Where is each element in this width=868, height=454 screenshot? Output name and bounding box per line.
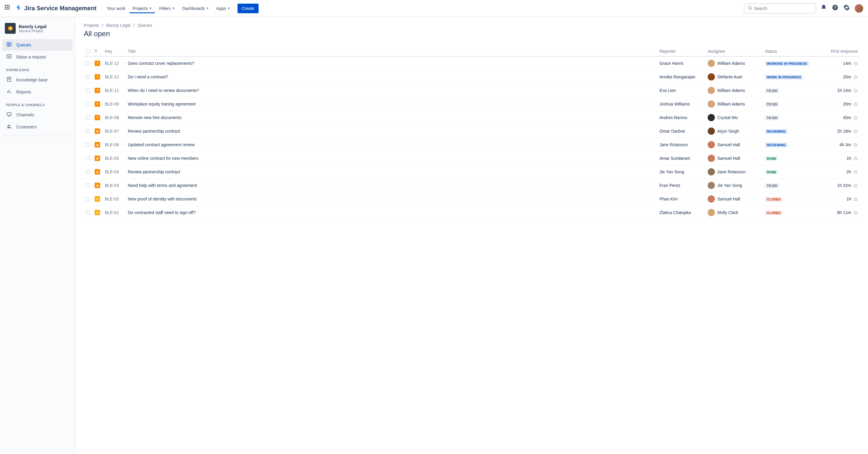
- row-checkbox[interactable]: [86, 143, 90, 147]
- row-checkbox[interactable]: [86, 116, 90, 120]
- row-checkbox[interactable]: [86, 210, 90, 215]
- row-checkbox[interactable]: [86, 88, 90, 93]
- issue-key[interactable]: BLE-04: [103, 165, 126, 179]
- column-type[interactable]: T: [93, 47, 103, 56]
- nav-projects[interactable]: Projects▼: [130, 4, 155, 13]
- project-header[interactable]: Bancly Legal Service Project: [2, 22, 73, 38]
- assignee-cell[interactable]: Jane Rotanson: [708, 168, 761, 176]
- assignee-cell[interactable]: Arjun Singh: [708, 127, 761, 135]
- product-logo[interactable]: Jira Service Management: [16, 4, 96, 13]
- issue-title[interactable]: Review partnership contract: [126, 124, 658, 138]
- status-badge[interactable]: DONE: [765, 170, 778, 175]
- column-title[interactable]: Title: [126, 47, 658, 56]
- app-switcher-icon[interactable]: [5, 5, 12, 12]
- notifications-icon[interactable]: [820, 4, 827, 12]
- issue-key[interactable]: BLE-11: [103, 84, 126, 97]
- sidebar-item-label: Queues: [16, 42, 31, 47]
- issue-key[interactable]: BLE-12: [103, 70, 126, 84]
- issue-key[interactable]: BLE-09: [103, 97, 126, 111]
- issue-key[interactable]: BLE-08: [103, 111, 126, 124]
- nav-filters[interactable]: Filters▼: [156, 4, 178, 13]
- row-checkbox[interactable]: [86, 170, 90, 174]
- status-badge[interactable]: TO DO: [765, 183, 779, 188]
- status-badge[interactable]: CLOSED: [765, 210, 782, 215]
- assignee-cell[interactable]: William Adams: [708, 60, 761, 67]
- search-input[interactable]: [754, 6, 812, 11]
- issue-title[interactable]: When do I need to renew documents?: [126, 84, 658, 97]
- assignee-cell[interactable]: Crystal Wu: [708, 114, 761, 121]
- status-badge[interactable]: TO DO: [765, 116, 779, 120]
- assignee-cell[interactable]: Stefanie Auer: [708, 73, 761, 81]
- column-status[interactable]: Status: [763, 47, 820, 56]
- create-button[interactable]: Create: [238, 4, 258, 13]
- row-checkbox[interactable]: [86, 156, 90, 160]
- sidebar-item-reports[interactable]: Reports: [2, 86, 73, 98]
- assignee-cell[interactable]: William Adams: [708, 100, 761, 108]
- breadcrumb-projects[interactable]: Projects: [84, 23, 99, 28]
- issue-title[interactable]: Do contracted staff need to sign-off?: [126, 206, 658, 219]
- status-badge[interactable]: REVIEWING: [765, 129, 787, 134]
- row-checkbox[interactable]: [86, 61, 90, 65]
- row-checkbox[interactable]: [86, 183, 90, 187]
- issue-title[interactable]: New online contract for new members: [126, 152, 658, 165]
- status-badge[interactable]: WORK IN PROGRESS: [765, 75, 803, 80]
- sidebar-item-queues[interactable]: Queues: [2, 39, 73, 51]
- reporter-name: Fran Perez: [658, 179, 706, 192]
- issue-title[interactable]: New proof of identity with documents: [126, 192, 658, 206]
- status-badge[interactable]: TO DO: [765, 88, 779, 93]
- assignee-cell[interactable]: William Adams: [708, 87, 761, 94]
- reporter-name: Omar Darboe: [658, 124, 706, 138]
- sidebar-item-raise-request[interactable]: Raise a request: [2, 51, 73, 63]
- sidebar: Bancly Legal Service Project Queues Rais…: [0, 17, 75, 454]
- help-icon[interactable]: ?: [832, 4, 838, 12]
- column-key[interactable]: Key: [103, 47, 126, 56]
- row-checkbox[interactable]: [86, 197, 90, 201]
- status-badge[interactable]: WORKING IN PROGRESS: [765, 61, 809, 66]
- assignee-cell[interactable]: Samuel Hall: [708, 195, 761, 203]
- row-checkbox[interactable]: [86, 75, 90, 79]
- issue-title[interactable]: Does contract cover replacements?: [126, 56, 658, 70]
- status-badge[interactable]: REVIEWING: [765, 143, 787, 147]
- issue-title[interactable]: Do I need a contract?: [126, 70, 658, 84]
- profile-avatar[interactable]: [855, 4, 863, 13]
- issue-key[interactable]: BLE-02: [103, 192, 126, 206]
- row-checkbox[interactable]: [86, 129, 90, 133]
- issue-key[interactable]: BLE-05: [103, 152, 126, 165]
- nav-your-work[interactable]: Your work: [104, 4, 128, 13]
- issue-key[interactable]: BLE-03: [103, 179, 126, 192]
- settings-icon[interactable]: [843, 4, 850, 12]
- breadcrumb-project[interactable]: Bancly Legal: [106, 23, 130, 28]
- breadcrumb-current[interactable]: Queues: [137, 23, 152, 28]
- issue-title[interactable]: Updated contract agreement review: [126, 138, 658, 152]
- nav-apps[interactable]: Apps▼: [213, 4, 233, 13]
- sidebar-item-customers[interactable]: Customers: [2, 121, 73, 133]
- issue-title[interactable]: Need help with terms and agreement: [126, 179, 658, 192]
- issue-key[interactable]: BLE-07: [103, 124, 126, 138]
- sidebar-item-label: Raise a request: [16, 55, 46, 59]
- column-assignee[interactable]: Assignee: [706, 47, 763, 56]
- status-badge[interactable]: TO DO: [765, 102, 779, 107]
- assignee-cell[interactable]: Samuel Hall: [708, 141, 761, 148]
- select-all-checkbox[interactable]: [86, 49, 90, 53]
- issue-key[interactable]: BLE-01: [103, 206, 126, 219]
- issue-key[interactable]: BLE-06: [103, 138, 126, 152]
- sidebar-item-channels[interactable]: Channels: [2, 109, 73, 121]
- assignee-cell[interactable]: Samuel Hall: [708, 155, 761, 162]
- row-checkbox[interactable]: [86, 102, 90, 106]
- clock-icon: [854, 170, 858, 174]
- issue-title[interactable]: Review partnership contract: [126, 165, 658, 179]
- issue-title[interactable]: Remote new hire documents: [126, 111, 658, 124]
- sidebar-item-label: Channels: [16, 113, 34, 117]
- column-first-response[interactable]: First response: [820, 47, 860, 56]
- issue-key[interactable]: BLE-12: [103, 56, 126, 70]
- customers-icon: [6, 124, 12, 130]
- status-badge[interactable]: CLOSED: [765, 197, 782, 202]
- status-badge[interactable]: DONE: [765, 156, 778, 161]
- column-reporter[interactable]: Reporter: [658, 47, 706, 56]
- assignee-cell[interactable]: Molly Clark: [708, 209, 761, 216]
- search-box[interactable]: [744, 3, 816, 13]
- nav-dashboards[interactable]: Dashboards▼: [179, 4, 212, 13]
- issue-title[interactable]: Workplace equity traning agreement: [126, 97, 658, 111]
- sidebar-item-knowledge-base[interactable]: Knowledge base: [2, 74, 73, 86]
- assignee-cell[interactable]: Jie Yan Song: [708, 182, 761, 189]
